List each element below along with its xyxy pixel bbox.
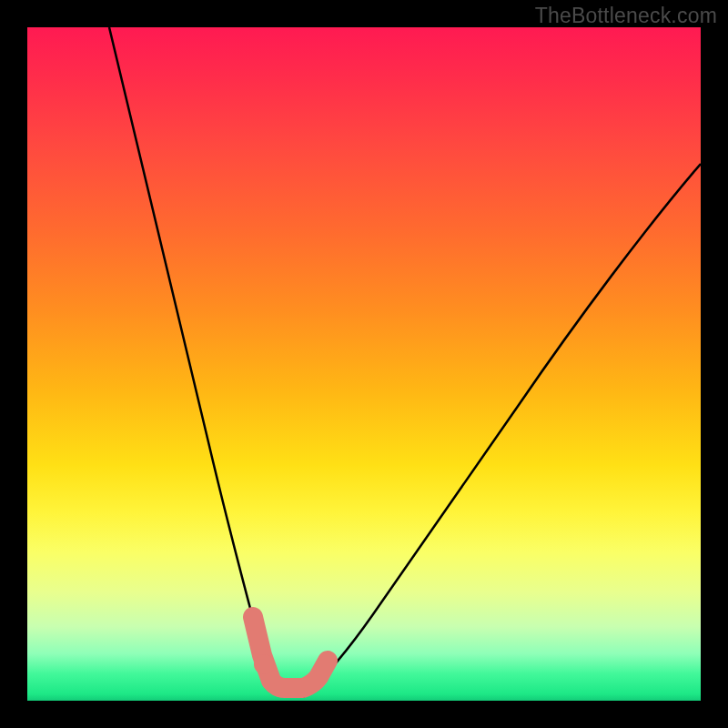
watermark-label: TheBottleneck.com <box>535 4 717 28</box>
highlight-dot <box>254 654 274 674</box>
chart-frame: TheBottleneck.com <box>0 0 728 728</box>
right-curve <box>303 164 701 697</box>
left-curve <box>109 27 276 694</box>
plot-area <box>27 27 701 701</box>
highlight-check <box>253 617 328 688</box>
plot-svg <box>27 27 701 701</box>
